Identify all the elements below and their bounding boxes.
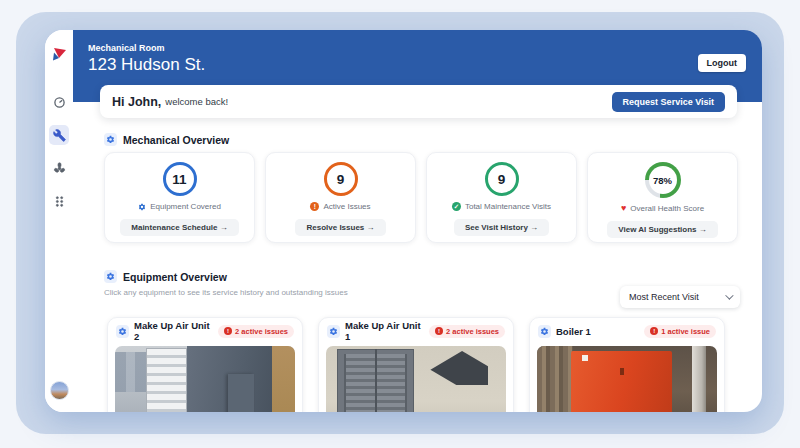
health-ring: 78% [645,162,681,198]
view-ai-suggestions-button[interactable]: View AI Suggestions → [607,221,717,238]
equipment-card-make-up-air-unit-2[interactable]: Make Up Air Unit 2 ! 2 active issues [107,317,303,412]
equipment-card-boiler-1[interactable]: Boiler 1 ! 1 active issue [529,317,725,412]
equipment-name: Boiler 1 [556,326,639,337]
gear-icon [538,325,551,338]
active-issues-badge: ! 1 active issue [644,325,716,338]
stat-label: ! Active Issues [310,202,370,211]
sidebar-nav [49,92,69,211]
chevron-down-icon [725,291,733,299]
greeting-card: Hi John, welcome back! Request Service V… [100,85,737,118]
resolve-issues-button[interactable]: Resolve Issues → [295,219,385,236]
greeting-message: welcome back! [165,96,228,107]
stat-card-equipment-covered: 11 Equipment Covered Maintenance Schedul… [104,152,255,243]
equipment-subtitle: Click any equipment to see its service h… [104,288,348,297]
stat-label: ✓ Total Maintenance Visits [452,202,551,211]
equipment-name: Make Up Air Unit 2 [134,320,213,342]
heart-icon: ♥ [621,204,626,213]
gear-icon [327,325,340,338]
section-title: Mechanical Overview [123,134,229,146]
request-service-visit-button[interactable]: Request Service Visit [612,92,725,112]
sort-dropdown-value: Most Recent Visit [629,292,725,302]
stat-value-ring: 9 [324,162,358,196]
app-window: Mechanical Room 123 Hudson St. Logout [45,30,762,412]
gear-icon [104,270,117,283]
greeting-salutation: Hi John, [112,95,161,109]
stat-label: Equipment Covered [138,202,221,211]
room-label: Mechanical Room [88,43,165,53]
sort-dropdown[interactable]: Most Recent Visit [620,286,740,308]
active-issues-badge: ! 2 active issues [218,325,294,338]
gear-icon [138,203,146,211]
maintenance-schedule-button[interactable]: Maintenance Schedule → [120,219,238,236]
logout-button[interactable]: Logout [698,54,747,72]
equipment-name: Make Up Air Unit 1 [345,320,424,342]
tools-wrench-icon[interactable] [49,125,69,145]
stat-card-active-issues: 9 ! Active Issues Resolve Issues → [265,152,416,243]
stats-row: 11 Equipment Covered Maintenance Schedul… [104,152,738,243]
fan-icon[interactable] [49,158,69,178]
active-issues-badge: ! 2 active issues [429,325,505,338]
mechanical-overview-header: Mechanical Overview [104,133,229,146]
equipment-row: Make Up Air Unit 2 ! 2 active issues Mak… [107,317,725,412]
alert-icon: ! [435,327,443,335]
alert-icon: ! [224,327,232,335]
gear-icon [104,133,117,146]
equipment-card-make-up-air-unit-1[interactable]: Make Up Air Unit 1 ! 2 active issues [318,317,514,412]
page-title-address: 123 Hudson St. [88,55,205,75]
alert-icon: ! [310,202,319,211]
equipment-overview-header: Equipment Overview [104,270,227,283]
stat-value-ring: 11 [163,162,197,196]
brand-logo-icon [50,46,68,64]
grid-dots-icon[interactable] [49,191,69,211]
gauge-icon[interactable] [49,92,69,112]
stat-card-maintenance-visits: 9 ✓ Total Maintenance Visits See Visit H… [426,152,577,243]
equipment-photo [115,346,295,412]
alert-icon: ! [650,327,658,335]
sidebar [45,30,73,412]
stat-label: ♥ Overall Health Score [621,204,704,213]
user-avatar[interactable] [50,381,69,400]
equipment-photo [537,346,717,412]
check-icon: ✓ [452,202,461,211]
stat-card-health-score: 78% ♥ Overall Health Score View AI Sugge… [587,152,738,243]
section-title: Equipment Overview [123,271,227,283]
equipment-photo [326,346,506,412]
see-visit-history-button[interactable]: See Visit History → [454,219,549,236]
gear-icon [116,325,129,338]
stat-value-ring: 9 [485,162,519,196]
